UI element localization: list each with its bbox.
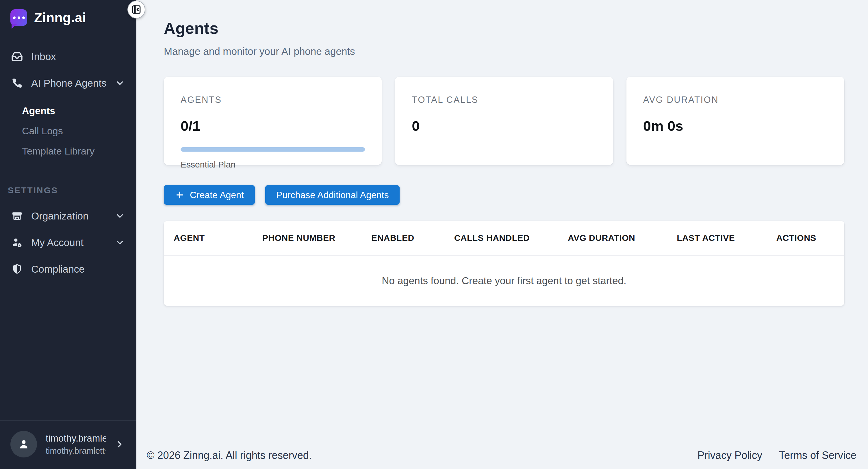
privacy-policy-link[interactable]: Privacy Policy <box>698 449 762 462</box>
column-header-last-active: LAST ACTIVE <box>654 233 758 243</box>
table-header-row: AGENT PHONE NUMBER ENABLED CALLS HANDLED… <box>164 221 844 256</box>
sidebar-item-label: AI Phone Agents <box>31 77 106 89</box>
agents-usage-progress-bar <box>181 147 365 152</box>
stat-label: AGENTS <box>181 95 365 105</box>
purchase-additional-agents-button[interactable]: Purchase Additional Agents <box>265 185 400 205</box>
logo: Zinng.ai <box>0 0 136 29</box>
terms-of-service-link[interactable]: Terms of Service <box>779 449 857 462</box>
sidebar-item-template-library[interactable]: Template Library <box>0 141 136 161</box>
chat-bubble-logo-icon <box>10 9 27 26</box>
user-gear-icon <box>11 237 23 248</box>
sidebar-item-call-logs[interactable]: Call Logs <box>0 121 136 141</box>
chevron-down-icon <box>115 78 125 88</box>
app-window: Zinng.ai Inbox AI Phone Agents Agents <box>0 0 868 469</box>
column-header-agent: AGENT <box>174 233 247 243</box>
sidebar-item-inbox[interactable]: Inbox <box>0 43 136 70</box>
purchase-agents-label: Purchase Additional Agents <box>276 190 389 200</box>
shield-icon <box>11 264 23 275</box>
sidebar-spacer <box>0 282 136 421</box>
sidebar-item-label: Compliance <box>31 263 85 275</box>
column-header-avg-duration: AVG DURATION <box>549 233 654 243</box>
logo-dot <box>13 16 16 19</box>
chevron-right-icon <box>115 439 125 449</box>
create-agent-label: Create Agent <box>190 190 244 200</box>
phone-icon <box>11 78 23 89</box>
user-email: timothy.bramlett+essential- <box>45 446 106 456</box>
footer-links: Privacy Policy Terms of Service <box>698 449 857 462</box>
create-agent-button[interactable]: Create Agent <box>164 185 255 205</box>
page-subtitle: Manage and monitor your AI phone agents <box>164 46 844 57</box>
sidebar-item-label: Organization <box>31 210 88 222</box>
stat-card-avg-duration: AVG DURATION 0m 0s <box>626 77 844 165</box>
sidebar-item-agents[interactable]: Agents <box>0 100 136 121</box>
chevron-down-icon <box>115 238 125 247</box>
app-name: Zinng.ai <box>34 10 86 25</box>
actions-row: Create Agent Purchase Additional Agents <box>164 185 844 205</box>
avatar <box>10 431 37 458</box>
sidebar-item-compliance[interactable]: Compliance <box>0 256 136 282</box>
settings-section-label: SETTINGS <box>8 186 136 195</box>
stat-value: 0/1 <box>181 118 365 134</box>
storefront-icon <box>11 210 23 222</box>
column-header-enabled: ENABLED <box>351 233 435 243</box>
column-header-calls-handled: CALLS HANDLED <box>435 233 549 243</box>
main-content: Agents Manage and monitor your AI phone … <box>136 0 868 469</box>
plus-icon <box>175 190 185 200</box>
sidebar: Zinng.ai Inbox AI Phone Agents Agents <box>0 0 136 469</box>
stat-value: 0 <box>412 118 596 134</box>
footer: © 2026 Zinng.ai. All rights reserved. Pr… <box>136 449 868 469</box>
column-header-actions: ACTIONS <box>758 233 835 243</box>
sidebar-item-my-account[interactable]: My Account <box>0 229 136 256</box>
logo-dot <box>22 16 25 19</box>
stat-label: AVG DURATION <box>643 95 828 105</box>
user-name: timothy.bramlett+ess... <box>45 433 106 444</box>
panel-left-close-icon <box>131 5 141 14</box>
sidebar-item-organization[interactable]: Organization <box>0 203 136 229</box>
content-area: Agents Manage and monitor your AI phone … <box>136 19 868 306</box>
stat-value: 0m 0s <box>643 118 828 134</box>
user-account-button[interactable]: timothy.bramlett+ess... timothy.bramlett… <box>0 421 136 469</box>
stat-label: TOTAL CALLS <box>412 95 596 105</box>
chevron-down-icon <box>115 211 125 221</box>
logo-dot <box>18 16 20 19</box>
sidebar-item-ai-phone-agents[interactable]: AI Phone Agents <box>0 70 136 96</box>
sidebar-nav: Inbox AI Phone Agents Agents Call Logs T… <box>0 43 136 282</box>
user-info: timothy.bramlett+ess... timothy.bramlett… <box>45 433 106 456</box>
person-icon <box>17 438 30 451</box>
sidebar-collapse-button[interactable] <box>127 1 145 19</box>
stats-row: AGENTS 0/1 Essential Plan TOTAL CALLS 0 … <box>164 77 844 165</box>
stat-card-agents: AGENTS 0/1 Essential Plan <box>164 77 382 165</box>
sidebar-item-label: My Account <box>31 237 84 248</box>
page-title: Agents <box>164 19 844 38</box>
inbox-icon <box>11 51 23 62</box>
empty-state-message: No agents found. Create your first agent… <box>164 256 844 306</box>
column-header-phone-number: PHONE NUMBER <box>247 233 351 243</box>
stat-card-total-calls: TOTAL CALLS 0 <box>395 77 613 165</box>
sidebar-subnav: Agents Call Logs Template Library <box>0 96 136 163</box>
copyright-text: © 2026 Zinng.ai. All rights reserved. <box>147 449 312 462</box>
agents-table: AGENT PHONE NUMBER ENABLED CALLS HANDLED… <box>164 221 844 306</box>
plan-name: Essential Plan <box>181 160 365 170</box>
sidebar-item-label: Inbox <box>31 51 56 62</box>
